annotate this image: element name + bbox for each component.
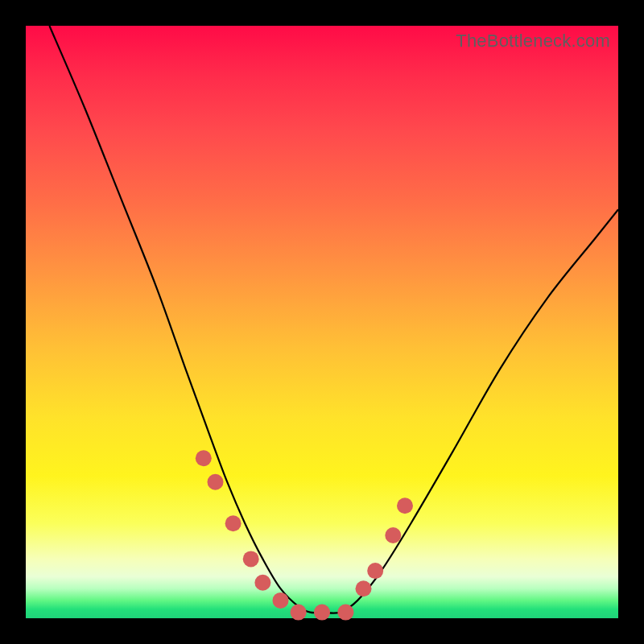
marker-dot — [291, 605, 307, 621]
marker-dot — [225, 515, 242, 531]
marker-dot — [196, 450, 212, 466]
plot-area: TheBottleneck.com — [26, 26, 618, 618]
marker-dot — [208, 474, 224, 490]
marker-dot — [337, 605, 353, 621]
marker-dot — [254, 575, 270, 591]
marker-dot — [397, 497, 413, 514]
curve-layer — [26, 26, 618, 618]
marker-dot — [385, 527, 401, 543]
chart-stage: TheBottleneck.com — [0, 0, 644, 644]
markers-group — [196, 450, 413, 620]
bottleneck-curve-path — [49, 26, 618, 613]
marker-dot — [243, 551, 259, 567]
marker-dot — [314, 605, 330, 621]
marker-dot — [356, 580, 372, 597]
marker-dot — [273, 592, 289, 609]
marker-dot — [367, 563, 383, 579]
